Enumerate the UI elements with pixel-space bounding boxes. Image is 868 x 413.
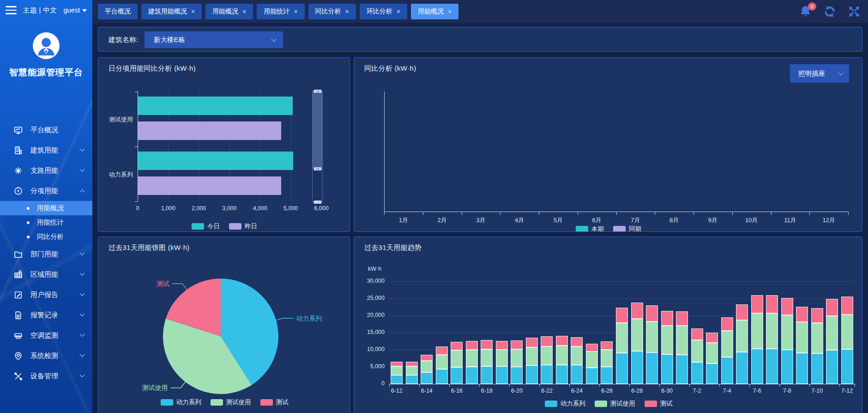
legend-item[interactable]: 测试 xyxy=(260,398,289,407)
sidebar-item-11[interactable]: 设备管理 xyxy=(0,366,92,386)
sidebar-item-10[interactable]: 系统检测 xyxy=(0,346,92,366)
notification-bell-icon[interactable]: 0 xyxy=(799,5,812,18)
ac-icon xyxy=(13,330,23,340)
tab-label: 用能统计 xyxy=(264,7,289,16)
bar-segment-测试 xyxy=(796,307,808,322)
bar-segment-测试使用 xyxy=(766,313,778,349)
x-axis-tick xyxy=(599,384,600,387)
sidebar-subitem[interactable]: 用能统计 xyxy=(0,215,92,230)
x-tick-label: 7-8 xyxy=(776,388,798,394)
yoy-category-select[interactable]: 照明插座 xyxy=(790,64,849,83)
datazoom-handle[interactable] xyxy=(313,167,321,170)
tab-6[interactable]: 环比分析× xyxy=(360,4,407,19)
legend-item[interactable]: 动力系列 xyxy=(545,400,585,408)
legend-item[interactable]: 测试 xyxy=(645,400,673,408)
bar-segment-动力系列 xyxy=(781,350,793,384)
user-menu[interactable]: guest xyxy=(64,6,87,14)
avatar xyxy=(33,32,60,59)
tab-close-icon[interactable]: × xyxy=(242,8,246,15)
bar-segment-动力系列 xyxy=(766,349,778,384)
bar-segment-动力系列 xyxy=(751,349,763,384)
sidebar-item-7[interactable]: 用户报告 xyxy=(0,285,92,305)
sidebar: 主题 | 中文 guest 智慧能源管理平台 平台概况建筑用能支路用能分项用能用… xyxy=(0,0,92,413)
brand-block: 智慧能源管理平台 xyxy=(0,32,92,79)
legend-swatch xyxy=(613,226,626,232)
tab-5[interactable]: 同比分析× xyxy=(308,4,356,19)
tab-2[interactable]: 建筑用能概况× xyxy=(141,4,202,19)
sidebar-item-9[interactable]: 空调监测 xyxy=(0,325,92,346)
x-tick-label: 11月 xyxy=(771,216,810,225)
bar-segment-测试 xyxy=(421,355,433,361)
bar-segment-测试使用 xyxy=(631,319,643,351)
tab-1[interactable]: 平台概况 xyxy=(98,4,138,19)
theme-language-switch[interactable]: 主题 | 中文 xyxy=(23,6,57,15)
bar-segment-测试使用 xyxy=(481,349,493,367)
legend-label: 测试 xyxy=(660,400,673,408)
tab-4[interactable]: 用能统计× xyxy=(257,4,304,19)
pie-label-line xyxy=(171,382,186,388)
tab-close-icon[interactable]: × xyxy=(191,8,195,15)
y-tick-label: 15,000 xyxy=(354,329,385,335)
datazoom-selected[interactable] xyxy=(313,91,322,169)
stacked-bar xyxy=(556,336,568,384)
bar-segment-测试 xyxy=(616,308,628,323)
monitor-icon xyxy=(13,125,23,135)
alarm-log-icon xyxy=(13,310,23,320)
sidebar-item-1[interactable]: 平台概况 xyxy=(0,120,92,140)
bolt-icon xyxy=(13,186,23,196)
legend-item[interactable]: 昨日 xyxy=(229,222,257,231)
bar-segment-动力系列 xyxy=(496,366,508,384)
sidebar-subitem-label: 同比分析 xyxy=(37,232,64,241)
x-axis-tick xyxy=(732,212,733,215)
datazoom-track[interactable] xyxy=(312,91,323,202)
sidebar-item-6[interactable]: 区域用能 xyxy=(0,264,92,285)
bar-segment-测试使用 xyxy=(691,340,703,362)
datazoom-handle[interactable] xyxy=(313,90,321,93)
sidebar-item-3[interactable]: 支路用能 xyxy=(0,160,92,181)
tab-close-icon[interactable]: × xyxy=(397,8,400,15)
legend-item[interactable]: 测试使用 xyxy=(211,398,251,407)
legend-item[interactable]: 测试使用 xyxy=(595,400,635,408)
x-tick-label: 4,000 xyxy=(247,205,273,212)
legend-swatch xyxy=(576,226,588,232)
bar-segment-测试 xyxy=(721,317,733,331)
stacked-bar xyxy=(466,341,478,384)
sidebar-item-4[interactable]: 分项用能 xyxy=(0,181,92,201)
legend-swatch xyxy=(260,399,273,406)
bar-segment-测试使用 xyxy=(751,313,763,349)
refresh-icon[interactable] xyxy=(823,5,837,18)
sidebar-item-2[interactable]: 建筑用能 xyxy=(0,140,92,160)
hamburger-menu-icon[interactable] xyxy=(6,6,17,14)
legend-item[interactable]: 动力系列 xyxy=(161,398,201,407)
datazoom-handle[interactable] xyxy=(313,200,321,204)
stacked-bar xyxy=(526,338,538,384)
bar-segment-测试 xyxy=(571,337,583,346)
tab-label: 平台概况 xyxy=(105,7,131,16)
tab-close-icon[interactable]: × xyxy=(448,8,452,15)
daily-compare-title: 日分项用能同比分析 (kW·h) xyxy=(108,64,196,73)
x-tick-label: 5月 xyxy=(539,216,578,225)
fullscreen-icon[interactable] xyxy=(848,5,861,18)
tab-3[interactable]: 用能概况× xyxy=(205,4,253,19)
legend-item[interactable]: 本期 xyxy=(576,225,604,232)
tab-7[interactable]: 用能概况× xyxy=(411,4,458,19)
bar-segment-测试 xyxy=(481,340,493,349)
x-axis-tick xyxy=(389,384,390,387)
x-tick-label: 7-10 xyxy=(806,388,828,394)
sidebar-item-5[interactable]: 部门用能 xyxy=(0,244,92,264)
x-tick-label: 3,000 xyxy=(217,205,242,212)
sidebar-subitem[interactable]: 用能概况 xyxy=(0,201,92,215)
building-select[interactable]: 新大楼E栋 xyxy=(145,31,283,48)
tab-close-icon[interactable]: × xyxy=(294,8,297,15)
bar-segment-测试 xyxy=(781,298,793,316)
chart-legend: 动力系列测试使用测试 xyxy=(354,400,862,408)
legend-item[interactable]: 今日 xyxy=(192,222,220,231)
gridline xyxy=(389,281,855,282)
legend-item[interactable]: 同期 xyxy=(613,225,641,232)
tab-close-icon[interactable]: × xyxy=(345,8,349,15)
sidebar-item-8[interactable]: 报警记录 xyxy=(0,305,92,325)
bar-segment-测试使用 xyxy=(451,350,463,367)
branch-icon xyxy=(13,165,23,176)
sidebar-item-label: 分项用能 xyxy=(30,187,58,195)
sidebar-subitem[interactable]: 同比分析 xyxy=(0,230,92,244)
